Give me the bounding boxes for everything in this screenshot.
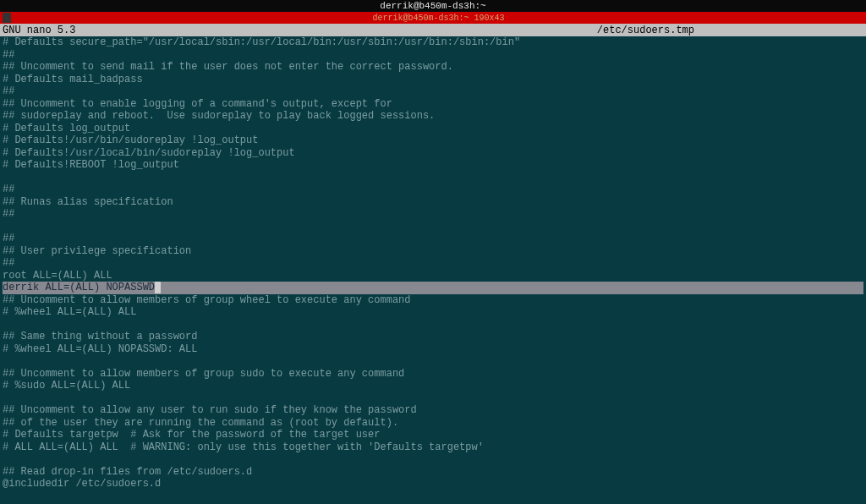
- editor-line: # Defaults targetpw # Ask for the passwo…: [3, 429, 863, 441]
- editor-line: ## Uncomment to allow any user to run su…: [3, 404, 863, 417]
- editor-line: # Defaults!/usr/bin/sudoreplay !log_outp…: [3, 134, 863, 147]
- editor-line: ## Runas alias specification: [3, 196, 863, 209]
- tab-indicator: [3, 13, 11, 23]
- editor-line: # %sudo ALL=(ALL) ALL: [3, 380, 863, 392]
- editor-line: # Defaults!REBOOT !log_output: [3, 159, 863, 172]
- editor-line: ##: [3, 49, 863, 62]
- editor-line: ## User privilege specification: [3, 245, 863, 258]
- editor-line: ##: [3, 85, 863, 98]
- editor-area[interactable]: # Defaults secure_path="/usr/local/sbin:…: [0, 36, 866, 504]
- editor-line: ## Read drop-in files from /etc/sudoers.…: [3, 466, 863, 479]
- editor-line: ## Same thing without a password: [3, 331, 863, 343]
- editor-line: ##: [3, 233, 863, 245]
- tab-label: derrik@b450m-ds3h:~ 190x43: [11, 14, 866, 23]
- editor-line: ## Uncomment to allow members of group s…: [3, 368, 863, 381]
- editor-line: # Defaults secure_path="/usr/local/sbin:…: [3, 36, 863, 49]
- editor-line: ## Uncomment to send mail if the user do…: [3, 61, 863, 74]
- editor-line: [3, 221, 863, 233]
- editor-line: ##: [3, 257, 863, 270]
- text-cursor: [155, 282, 161, 293]
- editor-line: # Defaults!/usr/local/bin/sudoreplay !lo…: [3, 147, 863, 160]
- editor-line: # Defaults mail_badpass: [3, 74, 863, 86]
- editor-line: ## Uncomment to allow members of group w…: [3, 294, 863, 307]
- highlight-text: derrik ALL=(ALL) NOPASSWD: [3, 282, 155, 294]
- editor-line: ##: [3, 184, 863, 196]
- editor-line: ## of the user they are running the comm…: [3, 417, 863, 430]
- editor-line: [3, 392, 863, 405]
- editor-line: [3, 172, 863, 184]
- tab-bar: derrik@b450m-ds3h:~ 190x43: [0, 12, 866, 24]
- cursor-line[interactable]: derrik ALL=(ALL) NOPASSWD: [3, 282, 863, 294]
- nano-version: GNU nano 5.3: [3, 25, 75, 36]
- editor-line: ## sudoreplay and reboot. Use sudoreplay…: [3, 110, 863, 123]
- nano-header: GNU nano 5.3 /etc/sudoers.tmp: [0, 24, 866, 36]
- editor-line: ##: [3, 208, 863, 221]
- editor-line: @includedir /etc/sudoers.d: [3, 478, 863, 490]
- nano-filename: /etc/sudoers.tmp: [597, 25, 694, 36]
- editor-line: [3, 319, 863, 331]
- editor-line: # Defaults log_output: [3, 123, 863, 135]
- editor-line: # %wheel ALL=(ALL) ALL: [3, 306, 863, 319]
- editor-line: # %wheel ALL=(ALL) NOPASSWD: ALL: [3, 343, 863, 356]
- editor-line: # ALL ALL=(ALL) ALL # WARNING: only use …: [3, 441, 863, 454]
- editor-line: ## Uncomment to enable logging of a comm…: [3, 98, 863, 111]
- editor-line: [3, 453, 863, 466]
- editor-line: root ALL=(ALL) ALL: [3, 270, 863, 282]
- editor-line: [3, 355, 863, 368]
- window-title: derrik@b450m-ds3h:~: [0, 0, 866, 12]
